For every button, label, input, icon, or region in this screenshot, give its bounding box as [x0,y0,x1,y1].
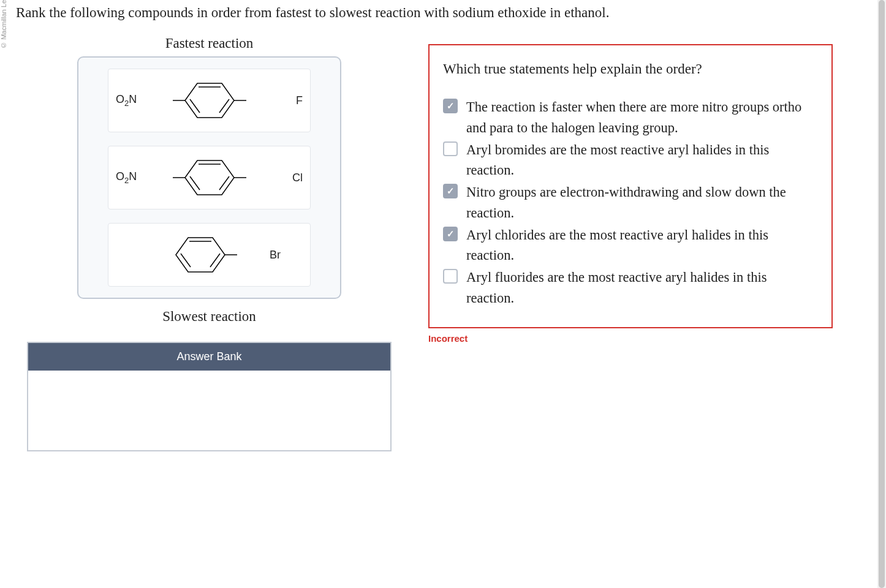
substituent-left: O2N [116,170,137,185]
svg-line-4 [190,99,200,113]
answer-bank-header: Answer Bank [28,343,390,371]
svg-line-3 [219,99,229,113]
ranking-dropzone[interactable]: O2N F O2N [77,56,341,299]
compound-card[interactable]: O2N F [108,69,311,132]
compound-card[interactable]: Br [108,223,311,287]
copyright-rail: © Macmillan Le [0,0,7,49]
svg-line-14 [210,254,220,267]
benzene-ring-icon [164,230,237,279]
vertical-scrollbar[interactable] [877,0,886,451]
svg-marker-12 [176,238,225,272]
svg-marker-7 [185,160,234,195]
statement-text: Aryl chlorides are the most reactive ary… [466,225,818,266]
question-text: Rank the following compounds in order fr… [10,0,886,36]
statements-title: Which true statements help explain the o… [443,61,818,77]
statement-row: The reaction is faster when there are mo… [443,97,818,138]
fastest-label: Fastest reaction [27,36,392,51]
statement-checkbox[interactable] [443,141,458,156]
statement-row: Aryl bromides are the most reactive aryl… [443,140,818,181]
slowest-label: Slowest reaction [27,309,392,325]
statement-row: Aryl chlorides are the most reactive ary… [443,225,818,266]
ranking-column: Fastest reaction O2N F O2N [27,36,392,451]
statement-checkbox[interactable] [443,99,458,113]
benzene-ring-icon [173,76,246,125]
statement-text: Nitro groups are electron-withdrawing an… [466,182,818,224]
statement-text: The reaction is faster when there are mo… [466,97,818,138]
substituent-right: Br [270,249,281,262]
feedback-label: Incorrect [428,333,833,344]
statement-text: Aryl fluorides are the most reactive ary… [466,267,818,309]
statement-row: Aryl fluorides are the most reactive ary… [443,267,818,309]
substituent-left: O2N [116,93,137,108]
svg-line-9 [219,176,229,190]
svg-marker-1 [185,83,234,118]
statement-row: Nitro groups are electron-withdrawing an… [443,182,818,224]
compound-card[interactable]: O2N Cl [108,146,311,209]
svg-line-10 [190,176,200,190]
benzene-ring-icon [173,153,246,202]
statements-column: Which true statements help explain the o… [428,36,833,451]
svg-line-15 [181,254,191,267]
answer-bank: Answer Bank [27,342,392,451]
substituent-right: F [296,94,303,107]
statement-checkbox[interactable] [443,227,458,241]
main-container: Fastest reaction O2N F O2N [10,36,886,451]
statement-text: Aryl bromides are the most reactive aryl… [466,140,818,181]
statements-box: Which true statements help explain the o… [428,44,833,328]
statement-checkbox[interactable] [443,184,458,198]
answer-bank-dropzone[interactable] [28,371,390,450]
substituent-right: Cl [292,172,303,184]
statement-checkbox[interactable] [443,269,458,284]
